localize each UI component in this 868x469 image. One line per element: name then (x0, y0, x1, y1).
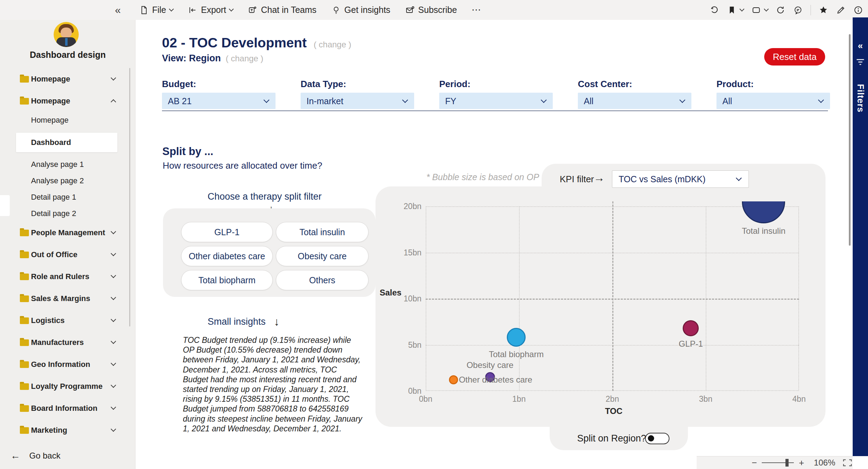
refresh-icon[interactable] (776, 5, 785, 15)
comments-icon[interactable] (793, 5, 803, 15)
more-options-icon[interactable]: ⋯ (472, 5, 481, 15)
sidebar-item-board-information[interactable]: Board Information (0, 397, 135, 419)
therapy-filter-total-biopharm[interactable]: Total biopharm (181, 270, 273, 290)
subscribe-button[interactable]: Subscribe (405, 5, 457, 15)
sidebar-item-role-and-rulers[interactable]: Role and Rulers (0, 266, 135, 287)
sidebar-item-homepage[interactable]: Homepage (0, 68, 135, 90)
sidebar-item-detail-page-1[interactable]: Detail page 1 (0, 189, 135, 205)
sidebar-item-label: Role and Rulers (31, 272, 89, 281)
filter-dropdown-product[interactable]: All (716, 93, 830, 109)
filters-pane-collapsed: « Filters (853, 17, 868, 456)
filter-dropdown-cost-center[interactable]: All (578, 93, 691, 109)
therapy-filter-other-diabetes-care[interactable]: Other diabetes care (181, 246, 273, 266)
sidebar-item-label: Analyse page 2 (31, 176, 84, 185)
export-icon (188, 5, 197, 15)
title-change-link[interactable]: ( change ) (313, 40, 351, 49)
therapy-filter-glp-1[interactable]: GLP-1 (181, 222, 273, 242)
folder-icon (20, 317, 29, 324)
expand-filters-icon[interactable]: « (853, 40, 868, 51)
chevron-down-icon (111, 426, 116, 432)
view-menu[interactable] (751, 5, 768, 15)
export-menu[interactable]: Export (188, 5, 233, 15)
collapse-nav-icon[interactable]: « (115, 4, 121, 16)
top-toolbar: « File Export Chat in Teams Get insights… (0, 0, 868, 20)
bookmarks-menu[interactable] (727, 5, 744, 15)
sidebar-item-marketing[interactable]: Marketing (0, 419, 135, 441)
x-tick-label: 3bn (692, 394, 720, 404)
therapy-filter-obesity-care[interactable]: Obesity care (276, 246, 369, 266)
bubble-total-biopharm[interactable] (507, 328, 526, 347)
sidebar-item-homepage[interactable]: Homepage (0, 112, 135, 128)
bubble-other-diabetes-care[interactable] (449, 375, 458, 384)
bubble-glp-1[interactable] (683, 320, 699, 336)
sidebar-item-manufacturers[interactable]: Manufacturers (0, 331, 135, 353)
main-scrollbar[interactable] (849, 34, 851, 246)
sidebar-item-label: Out of Office (31, 250, 77, 259)
sidebar-item-geo-information[interactable]: Geo Information (0, 353, 135, 375)
sidebar-item-label: Sales & Margins (31, 294, 90, 303)
insights-text: TOC Budget trended up (9.15% increase) w… (183, 335, 363, 433)
filter-value: AB 21 (168, 96, 192, 106)
sidebar-item-analyse-page-1[interactable]: Analyse page 1 (0, 156, 135, 172)
kpi-filter-dropdown[interactable]: TOC vs Sales (mDKK) (612, 170, 749, 188)
filter-group-product: Product:All (716, 79, 830, 109)
zoom-out-button[interactable]: − (752, 458, 757, 468)
split-on-region-toggle[interactable] (645, 433, 669, 444)
undo-icon[interactable] (710, 5, 719, 15)
x-tick-label: 0bn (412, 394, 440, 404)
sidebar-item-label: People Management (31, 228, 105, 237)
split-by-title: Split by ... (162, 145, 213, 158)
x-tick-label: 2bn (598, 394, 626, 404)
x-axis-ticks: 0bn1bn2bn3bn4bn (426, 394, 799, 405)
bookmark-icon (727, 5, 737, 15)
bubble-label-total-insulin: Total insulin (742, 226, 785, 236)
reset-data-button[interactable]: Reset data (764, 48, 825, 66)
file-menu[interactable]: File (139, 5, 173, 15)
sidebar-scroll-indicator (0, 195, 10, 216)
sidebar-item-label: Geo Information (31, 360, 90, 369)
small-insights-title: Small insights (208, 316, 266, 327)
x-axis-title: TOC (601, 406, 626, 416)
sidebar-item-out-of-office[interactable]: Out of Office (0, 244, 135, 266)
filter-dropdown-data-type[interactable]: In-market (301, 93, 414, 109)
folder-icon (20, 76, 29, 83)
sidebar-item-logistics[interactable]: Logistics (0, 309, 135, 331)
therapy-filter-others[interactable]: Others (276, 270, 369, 290)
chevron-down-icon (111, 316, 116, 322)
go-back-button[interactable]: ← Go back (10, 450, 60, 461)
folder-icon (20, 252, 29, 258)
filter-funnel-icon[interactable] (855, 58, 865, 68)
right-arrow-icon: → (594, 171, 605, 184)
therapy-filter-total-insulin[interactable]: Total insulin (276, 222, 369, 242)
chevron-down-icon (111, 251, 116, 256)
sidebar-item-label: Board Information (31, 404, 98, 413)
sidebar-item-detail-page-2[interactable]: Detail page 2 (0, 205, 135, 222)
sidebar-item-homepage[interactable]: Homepage (0, 90, 135, 112)
zoom-slider-thumb[interactable] (785, 459, 789, 467)
favorite-star-icon[interactable] (819, 5, 828, 15)
filter-label: Product: (716, 79, 830, 93)
sidebar-scrollbar[interactable] (129, 68, 130, 326)
bubble-total-insulin[interactable] (742, 201, 785, 223)
bubble-label-total-biopharm: Total biopharm (489, 349, 543, 359)
zoom-in-button[interactable]: + (799, 458, 804, 468)
chat-in-teams-button[interactable]: Chat in Teams (248, 5, 316, 15)
filter-dropdown-budget[interactable]: AB 21 (162, 93, 276, 109)
sidebar-item-sales-margins[interactable]: Sales & Margins (0, 287, 135, 309)
folder-icon (20, 98, 29, 105)
filter-dropdown-period[interactable]: FY (439, 93, 553, 109)
fit-to-page-icon[interactable] (842, 458, 853, 467)
sidebar-item-dashboard[interactable]: Dashboard (16, 133, 117, 152)
sidebar-item-label: Analyse page 1 (31, 160, 84, 169)
sidebar-item-people-management[interactable]: People Management (0, 222, 135, 244)
scatter-plot-area[interactable]: Total insulinGLP-1Total biopharmObesity … (426, 201, 799, 391)
view-change-link[interactable]: ( change ) (226, 54, 263, 63)
get-insights-button[interactable]: Get insights (331, 5, 390, 15)
sidebar-item-loyalty-programme[interactable]: Loyalty Programme (0, 375, 135, 397)
edit-pencil-icon[interactable] (836, 5, 846, 15)
info-icon[interactable] (853, 5, 863, 15)
sidebar-item-analyse-page-2[interactable]: Analyse page 2 (0, 172, 135, 189)
filter-group-cost-center: Cost Center:All (578, 79, 691, 109)
zoom-slider[interactable] (762, 462, 794, 463)
filters-pane-title[interactable]: Filters (853, 70, 868, 126)
